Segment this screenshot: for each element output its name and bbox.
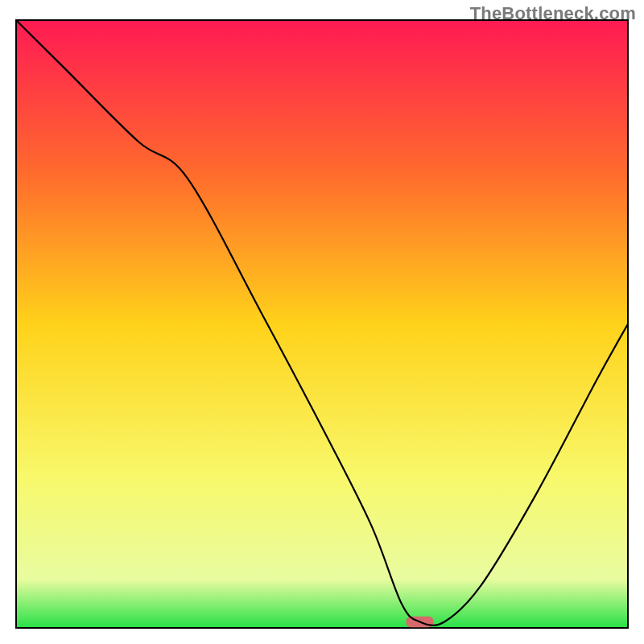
- chart-container: TheBottleneck.com: [0, 0, 644, 644]
- bottleneck-chart: [0, 0, 644, 644]
- watermark-text: TheBottleneck.com: [470, 3, 636, 24]
